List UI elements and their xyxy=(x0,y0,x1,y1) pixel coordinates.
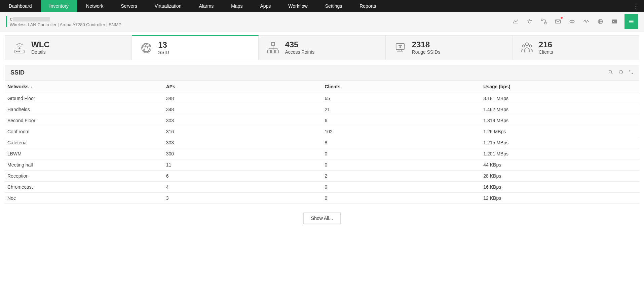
activity-icon[interactable] xyxy=(579,16,593,27)
cell-clients: 2 xyxy=(322,171,481,182)
topology-icon[interactable] xyxy=(537,16,551,27)
cell-clients: 0 xyxy=(322,193,481,204)
cell-network: Handhelds xyxy=(5,104,163,115)
cell-aps: 11 xyxy=(163,159,322,171)
table-row[interactable]: Reception6228 KBps xyxy=(5,171,639,182)
ssid-panel: SSID Networks▲APsClientsUsage (bps) Grou… xyxy=(5,65,639,224)
cell-network: Second Floor xyxy=(5,115,163,126)
more-menu-icon[interactable]: ⋮ xyxy=(628,0,644,12)
svg-rect-32 xyxy=(276,50,279,53)
search-icon[interactable] xyxy=(608,69,613,76)
cell-aps: 4 xyxy=(163,182,322,193)
stat-card-rouge-ssids[interactable]: 2318Rouge SSIDs xyxy=(386,36,513,60)
panel-title: SSID xyxy=(10,69,25,76)
nav-item-maps[interactable]: Maps xyxy=(222,0,251,12)
cell-aps: 303 xyxy=(163,115,322,126)
stat-card-access-points[interactable]: 435Access Points xyxy=(259,36,385,60)
table-row[interactable]: Meeting hall11044 KBps xyxy=(5,159,639,171)
svg-marker-47 xyxy=(631,73,633,74)
table-row[interactable]: Chromecast4016 KBps xyxy=(5,182,639,193)
table-row[interactable]: Second Floor30361.319 MBps xyxy=(5,115,639,126)
stat-card-ssid[interactable]: 13SSID xyxy=(132,35,259,60)
cell-network: Meeting hall xyxy=(5,159,163,171)
device-name: e xyxy=(10,16,121,21)
svg-rect-4 xyxy=(541,19,543,21)
table-row[interactable]: Cafeteria30381.215 MBps xyxy=(5,137,639,148)
svg-rect-30 xyxy=(268,50,271,53)
nav-item-workflow[interactable]: Workflow xyxy=(279,0,316,12)
nav-item-apps[interactable]: Apps xyxy=(251,0,279,12)
column-usage-bps-[interactable]: Usage (bps) xyxy=(481,81,639,93)
expand-icon[interactable] xyxy=(628,69,634,76)
cell-clients: 8 xyxy=(322,137,481,148)
svg-point-20 xyxy=(18,51,18,52)
nav-item-virtualization[interactable]: Virtualization xyxy=(146,0,190,12)
svg-rect-5 xyxy=(545,22,546,24)
stat-card-clients[interactable]: 216Clients xyxy=(513,36,639,60)
svg-rect-31 xyxy=(272,50,275,53)
stat-card-details[interactable]: WLCDetails xyxy=(5,36,132,60)
cell-network: LBWM xyxy=(5,148,163,159)
device-name-prefix: e xyxy=(10,16,12,21)
nav-item-network[interactable]: Network xyxy=(77,0,112,12)
column-networks[interactable]: Networks▲ xyxy=(5,81,163,93)
table-row[interactable]: Ground Floor348653.181 MBps xyxy=(5,93,639,104)
terminal-icon[interactable] xyxy=(608,16,621,27)
svg-point-37 xyxy=(400,47,401,48)
cell-aps: 300 xyxy=(163,148,322,159)
hamburger-menu[interactable] xyxy=(624,14,638,29)
nav-item-reports[interactable]: Reports xyxy=(351,0,385,12)
table-row[interactable]: LBWM30001.201 MBps xyxy=(5,148,639,159)
nav-item-alarms[interactable]: Alarms xyxy=(190,0,223,12)
sort-caret-icon: ▲ xyxy=(30,85,33,89)
stat-value: 216 xyxy=(539,41,553,49)
cell-network: Noc xyxy=(5,193,163,204)
table-row[interactable]: Conf room3161021.26 MBps xyxy=(5,126,639,137)
cell-clients: 0 xyxy=(322,148,481,159)
table-row[interactable]: Handhelds348211.462 MBps xyxy=(5,104,639,115)
cell-usage: 28 KBps xyxy=(481,171,639,182)
cell-usage: 16 KBps xyxy=(481,182,639,193)
column-clients[interactable]: Clients xyxy=(322,81,481,93)
cell-network: Conf room xyxy=(5,126,163,137)
svg-point-21 xyxy=(19,51,20,52)
svg-point-43 xyxy=(529,45,532,47)
chart-icon[interactable] xyxy=(509,16,522,27)
wlc-icon xyxy=(12,41,27,55)
refresh-icon[interactable] xyxy=(618,69,623,76)
status-marker xyxy=(6,16,7,27)
cell-clients: 65 xyxy=(322,93,481,104)
cell-network: Chromecast xyxy=(5,182,163,193)
svg-line-45 xyxy=(611,73,612,74)
svg-point-44 xyxy=(609,70,612,73)
cell-usage: 12 KBps xyxy=(481,193,639,204)
svg-point-17 xyxy=(19,48,20,49)
nav-item-settings[interactable]: Settings xyxy=(316,0,351,12)
stat-label: Access Points xyxy=(285,49,314,55)
table-row[interactable]: Noc3012 KBps xyxy=(5,193,639,204)
cell-clients: 21 xyxy=(322,104,481,115)
show-all-button[interactable]: Show All... xyxy=(303,213,341,224)
cell-network: Reception xyxy=(5,171,163,182)
notification-dot xyxy=(561,17,563,19)
link-icon[interactable] xyxy=(565,16,579,27)
cell-aps: 348 xyxy=(163,104,322,115)
svg-rect-12 xyxy=(612,19,617,23)
globe-icon xyxy=(139,41,153,55)
column-aps[interactable]: APs xyxy=(163,81,322,93)
svg-rect-27 xyxy=(272,42,275,45)
nav-item-dashboard[interactable]: Dashboard xyxy=(0,0,41,12)
stat-value: WLC xyxy=(31,41,50,49)
stats-bar: WLCDetails13SSID435Access Points2318Roug… xyxy=(5,35,639,60)
ssid-table: Networks▲APsClientsUsage (bps) Ground Fl… xyxy=(5,81,639,204)
alarm-icon[interactable] xyxy=(523,16,536,27)
nav-item-servers[interactable]: Servers xyxy=(112,0,146,12)
mail-icon[interactable] xyxy=(551,16,565,27)
cell-clients: 0 xyxy=(322,182,481,193)
svg-rect-8 xyxy=(556,20,561,23)
cell-aps: 3 xyxy=(163,193,322,204)
cell-usage: 1.462 MBps xyxy=(481,104,639,115)
device-actions xyxy=(509,14,638,29)
nav-item-inventory[interactable]: Inventory xyxy=(41,0,78,12)
globe-icon[interactable] xyxy=(594,16,607,27)
